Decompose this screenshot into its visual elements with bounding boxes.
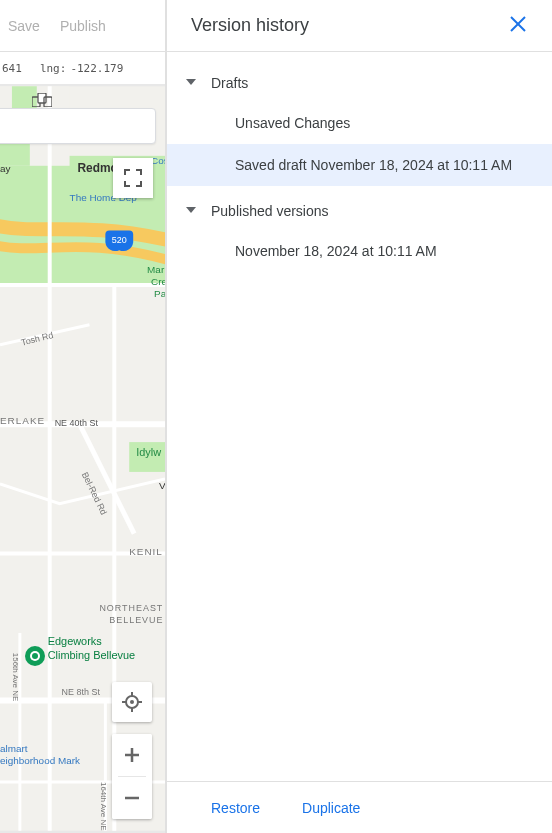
toolbar: Save Publish (0, 0, 166, 52)
label-ay: ay (0, 163, 11, 174)
crosshair-icon (122, 692, 142, 712)
label-almart1: eighborhood Mark (0, 755, 80, 766)
save-button[interactable]: Save (8, 18, 40, 34)
chevron-down-icon (185, 202, 197, 220)
label-164: 164th Ave NE (99, 782, 108, 830)
zoom-in-button[interactable] (112, 734, 152, 776)
fullscreen-button[interactable] (113, 158, 153, 198)
panel-title: Version history (191, 15, 309, 36)
label-idylw: Idylw (136, 446, 161, 458)
svg-point-29 (32, 653, 38, 659)
zoom-control (112, 734, 152, 819)
drafts-section-title: Drafts (211, 75, 248, 91)
close-button[interactable] (502, 8, 534, 43)
label-cost: Cost (151, 155, 165, 166)
version-item-saved-draft[interactable]: Saved draft November 18, 2024 at 10:11 A… (167, 144, 552, 186)
zoom-out-button[interactable] (112, 777, 152, 819)
version-history-panel: Version history Drafts Unsaved Changes S… (166, 0, 552, 833)
publish-button[interactable]: Publish (60, 18, 106, 34)
lng-label: lng: (40, 62, 67, 75)
svg-rect-16 (38, 93, 46, 103)
hwy-520-badge: 520 (112, 235, 127, 245)
coordinates-bar: 641 lng: -122.179 (0, 52, 166, 84)
version-item-published[interactable]: November 18, 2024 at 10:11 AM (167, 230, 552, 272)
label-nebel0: NORTHEAST (99, 603, 163, 613)
version-item-unsaved[interactable]: Unsaved Changes (167, 102, 552, 144)
label-nebel1: BELLEVUE (109, 615, 163, 625)
label-ne40: NE 40th St (55, 418, 99, 428)
label-v: V (159, 480, 165, 491)
label-kenil: KENIL (129, 546, 163, 557)
label-mar2: Pa (154, 288, 165, 299)
minus-icon (124, 790, 140, 806)
plus-icon (124, 747, 140, 763)
restore-button[interactable]: Restore (211, 800, 260, 816)
drafts-section-header[interactable]: Drafts (167, 64, 552, 102)
panel-body: Drafts Unsaved Changes Saved draft Novem… (167, 52, 552, 781)
duplicate-button[interactable]: Duplicate (302, 800, 360, 816)
published-section-header[interactable]: Published versions (167, 192, 552, 230)
label-edge1: Climbing Bellevue (48, 649, 135, 661)
svg-point-19 (130, 700, 134, 704)
panel-header: Version history (167, 0, 552, 52)
label-mar0: Mar (147, 264, 165, 275)
lat-value: 641 (0, 62, 22, 75)
fullscreen-icon (124, 169, 142, 187)
poi-marker[interactable] (24, 645, 46, 667)
label-156: 156th Ave NE (11, 653, 20, 701)
close-icon (508, 14, 528, 34)
label-ne8: NE 8th St (62, 687, 101, 697)
panel-footer: Restore Duplicate (167, 781, 552, 833)
lng-value: -122.179 (70, 62, 123, 75)
label-erlake: ERLAKE (0, 415, 45, 426)
chevron-down-icon (185, 74, 197, 92)
map-search-input[interactable] (0, 108, 156, 144)
label-mar1: Cre (151, 276, 165, 287)
my-location-button[interactable] (112, 682, 152, 722)
label-edge0: Edgeworks (48, 635, 103, 647)
label-almart0: almart (0, 743, 28, 754)
layers-icon[interactable] (32, 93, 52, 107)
published-section-title: Published versions (211, 203, 329, 219)
